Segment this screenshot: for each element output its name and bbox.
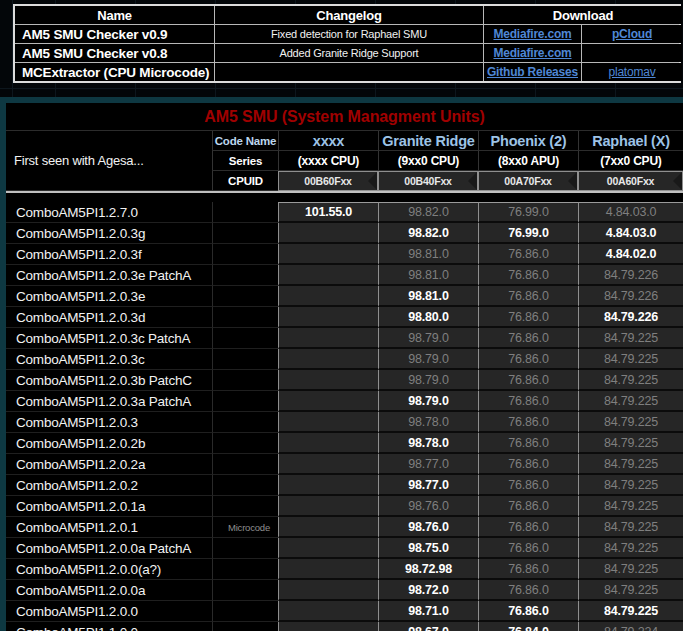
smu-version-cell: 84.79.225 [578, 433, 683, 454]
smu-version-cell: 98.81.0 [378, 265, 478, 286]
smu-version-cell: 98.79.0 [378, 370, 478, 391]
row-note-cell [212, 601, 278, 622]
agesa-version-cell: ComboAM5PI1.2.0.3e PatchA [6, 265, 212, 286]
download-row-name: AM5 SMU Checker v0.9 [15, 25, 214, 43]
smu-version-cell: 84.79.225 [578, 538, 683, 559]
agesa-row: ComboAM5PI1.2.0.298.77.076.86.084.79.225 [6, 475, 683, 496]
agesa-version: 1.2.0.0 [98, 604, 138, 619]
smu-version-cell: 98.76.0 [378, 496, 478, 517]
agesa-version-cell: ComboAM5PI1.2.0.3 [6, 412, 212, 433]
smu-version-cell [278, 307, 378, 328]
column-header-code-name: Raphael (X) [578, 131, 683, 151]
download-row-changelog: Added Granite Ridge Support [215, 44, 483, 62]
download-link[interactable]: Mediafire.com [493, 27, 571, 41]
agesa-version-cell: ComboAM5PI1.2.0.0a [6, 580, 212, 601]
smu-version-cell: 84.79.226 [578, 265, 683, 286]
row-note-cell [212, 349, 278, 370]
smu-version-cell [278, 370, 378, 391]
agesa-version: 1.2.0.3g [98, 226, 145, 241]
agesa-version: 1.2.0.2 [98, 478, 138, 493]
smu-version-cell [278, 412, 378, 433]
smu-version-cell: 84.79.225 [578, 517, 683, 538]
smu-version-cell: 84.79.225 [578, 475, 683, 496]
smu-version-cell: 76.86.0 [478, 580, 578, 601]
agesa-row: ComboAM5PI1.2.0.2a98.77.076.86.084.79.22… [6, 454, 683, 475]
agesa-prefix: ComboAM5PI [16, 205, 98, 220]
header-gap [6, 193, 683, 202]
agesa-row: ComboAM5PI1.2.0.1Microcode98.76.076.86.0… [6, 517, 683, 538]
agesa-row: ComboAM5PI1.2.0.0a PatchA98.75.076.86.08… [6, 538, 683, 559]
smu-version-cell: 76.86.0 [478, 559, 578, 580]
agesa-version-cell: ComboAM5PI1.2.0.3g [6, 223, 212, 244]
row-note-cell [212, 307, 278, 328]
download-link[interactable]: pCloud [612, 27, 652, 41]
smu-version-cell: 76.86.0 [478, 286, 578, 307]
agesa-version: 1.2.7.0 [98, 205, 138, 220]
agesa-version: 1.2.0.2a [98, 457, 145, 472]
smu-version-cell [278, 265, 378, 286]
smu-version-cell: 84.79.225 [578, 328, 683, 349]
agesa-version-cell: ComboAM5PI1.2.0.3c PatchA [6, 328, 212, 349]
row-note-cell [212, 391, 278, 412]
row-note-cell [212, 496, 278, 517]
smu-version-cell: 84.79.225 [578, 454, 683, 475]
agesa-prefix: ComboAM5PI [16, 583, 98, 598]
agesa-row: ComboAM5PI1.2.0.3e PatchA98.81.076.86.08… [6, 265, 683, 286]
agesa-prefix: ComboAM5PI [16, 310, 98, 325]
agesa-prefix: ComboAM5PI [16, 625, 98, 631]
smu-version-cell: 76.86.0 [478, 391, 578, 412]
smu-version-cell: 98.71.0 [378, 601, 478, 622]
agesa-row: ComboAM5PI1.2.7.0101.55.098.82.076.99.04… [6, 202, 683, 223]
smu-version-cell: 98.67.0 [378, 622, 478, 631]
download-link-cell: platomav [582, 63, 682, 81]
smu-version-cell: 84.79.225 [578, 580, 683, 601]
download-link[interactable]: platomav [608, 65, 655, 79]
agesa-version: 1.2.0.3c [98, 352, 144, 367]
row-note-cell [212, 286, 278, 307]
agesa-row: ComboAM5PI1.2.0.3b PatchC98.79.076.86.08… [6, 370, 683, 391]
smu-version-cell: 76.86.0 [478, 496, 578, 517]
row-note-cell [212, 559, 278, 580]
agesa-prefix: ComboAM5PI [16, 499, 98, 514]
row-note-cell: Microcode [212, 517, 278, 538]
row-note-cell [212, 433, 278, 454]
agesa-prefix: ComboAM5PI [16, 604, 98, 619]
agesa-version-cell: ComboAM5PI1.1.0.0 [6, 622, 212, 631]
smu-version-cell: 84.79.225 [578, 601, 683, 622]
downloads-header-download: Download [484, 6, 682, 24]
smu-version-cell: 76.86.0 [478, 244, 578, 265]
agesa-version: 1.1.0.0 [98, 625, 138, 631]
download-link-cell: Mediafire.com [484, 44, 581, 62]
smu-version-cell: 76.86.0 [478, 265, 578, 286]
downloads-table: Name Changelog Download AM5 SMU Checker … [13, 4, 681, 83]
downloads-header-name: Name [15, 6, 214, 24]
agesa-version-cell: ComboAM5PI1.2.0.3e [6, 286, 212, 307]
smu-version-cell: 76.84.0 [478, 622, 578, 631]
download-link[interactable]: Github Releases [487, 65, 578, 79]
agesa-version-cell: ComboAM5PI1.2.0.2b [6, 433, 212, 454]
smu-version-cell [278, 223, 378, 244]
smu-version-cell: 98.77.0 [378, 454, 478, 475]
agesa-version: 1.2.0.3d [98, 310, 145, 325]
row-note-cell [212, 412, 278, 433]
column-header-cpuid: 00B40Fxx [378, 171, 478, 191]
column-header-series: (9xx0 CPU) [378, 151, 478, 171]
agesa-version: 1.2.0.3c PatchA [98, 331, 190, 346]
download-row-changelog [215, 63, 483, 81]
agesa-row: ComboAM5PI1.2.0.3a PatchA98.79.076.86.08… [6, 391, 683, 412]
agesa-row: ComboAM5PI1.2.0.398.78.076.86.084.79.225 [6, 412, 683, 433]
smu-version-cell [278, 349, 378, 370]
column-header-cpuid: 00A70Fxx [478, 171, 578, 191]
smu-table: AM5 SMU (System Managment Units) First s… [6, 103, 683, 631]
agesa-version: 1.2.0.0(a?) [98, 562, 161, 577]
agesa-version-cell: ComboAM5PI1.2.0.3d [6, 307, 212, 328]
column-header-series: (8xx0 APU) [478, 151, 578, 171]
download-link[interactable]: Mediafire.com [493, 46, 571, 60]
agesa-row: ComboAM5PI1.2.0.3c PatchA98.79.076.86.08… [6, 328, 683, 349]
smu-table-header: First seen with Agesa... Code NamexxxxGr… [6, 131, 683, 191]
row-header-cpuid: CPUID [212, 171, 278, 191]
smu-version-cell: 98.76.0 [378, 517, 478, 538]
smu-version-cell: 76.99.0 [478, 202, 578, 223]
column-header-code-name: Granite Ridge [378, 131, 478, 151]
agesa-version-cell: ComboAM5PI1.2.0.1 [6, 517, 212, 538]
